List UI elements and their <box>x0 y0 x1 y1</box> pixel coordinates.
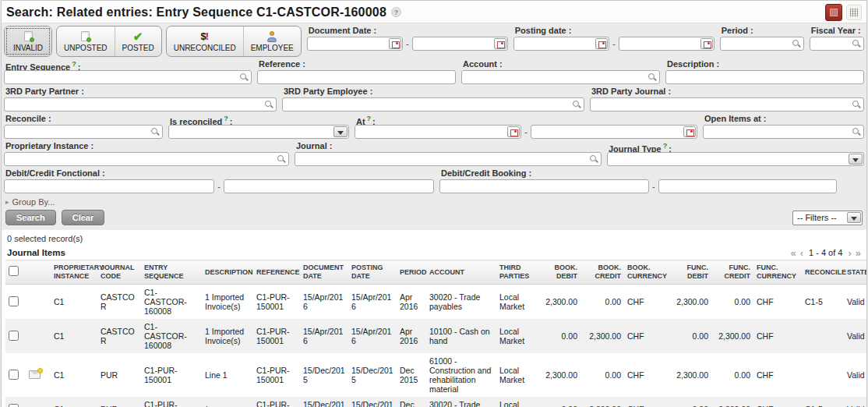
red-square-icon[interactable] <box>825 4 842 21</box>
row-checkbox[interactable] <box>9 370 19 380</box>
third-party-partner-input[interactable] <box>5 100 276 112</box>
table-row[interactable]: C1CASTCORC1-CASTCOR-1600081 Imported Inv… <box>5 319 867 353</box>
range-separator: - <box>612 39 616 48</box>
table-row[interactable]: C1PURC1-PUR-150001/C1-PUR-15000115/Dec/2… <box>5 397 867 407</box>
column-header-reference[interactable]: REFERENCE <box>253 260 300 285</box>
grid-view-icon[interactable] <box>846 5 862 20</box>
clear-button[interactable]: Clear <box>62 210 105 225</box>
description-input[interactable] <box>666 73 863 85</box>
column-header-func_currency[interactable]: FUNC. CURRENCY <box>753 260 802 285</box>
column-header-book_currency[interactable]: BOOK. CURRENCY <box>624 260 662 285</box>
journal-type-select[interactable] <box>607 152 864 166</box>
reference-input[interactable] <box>258 73 455 85</box>
row-checkbox[interactable] <box>9 296 19 306</box>
search-icon[interactable] <box>590 155 598 164</box>
column-header-posting_date[interactable]: POSTING DATE <box>348 260 397 285</box>
search-icon[interactable] <box>277 155 286 164</box>
chevron-down-icon[interactable] <box>847 212 861 223</box>
calendar-icon[interactable] <box>683 126 696 137</box>
search-icon[interactable] <box>240 73 249 82</box>
unreconciled-filter-button[interactable]: $! UNRECONCILED <box>167 27 243 56</box>
is-reconciled-select[interactable] <box>168 125 349 139</box>
account-input[interactable] <box>462 73 659 85</box>
search-icon[interactable] <box>852 101 861 109</box>
open-items-at-input[interactable] <box>704 127 863 140</box>
next-page-icon[interactable]: › <box>848 249 851 257</box>
cell-book_debit: 2,300.00 <box>535 353 580 397</box>
search-button[interactable]: Search <box>5 210 56 225</box>
search-icon[interactable] <box>151 128 160 136</box>
cell-period: Dec 2015 <box>397 353 426 397</box>
help-icon[interactable]: ? <box>72 60 76 68</box>
search-icon[interactable] <box>265 101 273 109</box>
document-date-to-input[interactable] <box>413 39 507 51</box>
select-all-checkbox[interactable] <box>9 266 19 276</box>
column-header-func_credit[interactable]: FUNC. CREDIT <box>711 260 753 285</box>
period-input[interactable] <box>721 39 803 51</box>
debit-credit-fonctional-to-input[interactable] <box>224 182 433 194</box>
debit-credit-booking-from-input[interactable] <box>440 182 648 194</box>
employee-filter-button[interactable]: EMPLOYEE <box>243 27 301 56</box>
expand-arrow-icon: ▸ <box>5 198 9 206</box>
column-header-period[interactable]: PERIOD <box>397 260 426 285</box>
third-party-employee-input[interactable] <box>283 100 584 112</box>
entry-sequence-input[interactable] <box>5 73 251 85</box>
chevron-down-icon[interactable] <box>333 126 348 137</box>
debit-credit-fonctional-from-input[interactable] <box>5 182 213 194</box>
column-header-third_parties[interactable]: THIRD PARTIES <box>496 260 535 285</box>
column-header-state[interactable]: STATE <box>844 260 867 285</box>
debit-credit-booking-to-input[interactable] <box>659 182 836 194</box>
calendar-icon[interactable] <box>494 38 506 49</box>
help-icon[interactable]: ? <box>367 115 372 122</box>
search-icon[interactable] <box>648 73 657 82</box>
column-header-document_date[interactable]: DOCUMENT DATE <box>300 260 348 285</box>
unposted-filter-button[interactable]: UNPOSTED <box>57 27 115 56</box>
calendar-icon[interactable] <box>595 38 608 49</box>
search-icon[interactable] <box>852 128 861 136</box>
title-help-icon[interactable]: ? <box>391 7 401 17</box>
cell-func_currency: CHF <box>753 319 802 353</box>
column-header-journal_code[interactable]: JOURNAL CODE <box>97 260 141 285</box>
posted-filter-button[interactable]: ✔ POSTED <box>115 27 161 56</box>
proprietary-instance-input[interactable] <box>5 154 288 167</box>
document-date-from-input[interactable] <box>308 39 402 51</box>
journal-input[interactable] <box>295 154 601 167</box>
cell-book_currency: CHF <box>624 285 662 320</box>
column-header-account[interactable]: ACCOUNT <box>426 260 496 285</box>
reconcile-input[interactable] <box>5 127 162 140</box>
group-by-toggle[interactable]: ▸ Group By... <box>4 195 864 209</box>
column-header-description[interactable]: DESCRIPTION <box>202 260 253 285</box>
calendar-icon[interactable] <box>389 38 401 49</box>
last-page-icon[interactable]: » <box>856 249 861 257</box>
column-header-book_debit[interactable]: BOOK. DEBIT <box>535 260 580 285</box>
attachment-icon[interactable] <box>29 370 41 379</box>
search-icon[interactable] <box>852 40 861 48</box>
help-icon[interactable]: ? <box>663 142 668 150</box>
chevron-down-icon[interactable] <box>849 154 863 165</box>
filters-dropdown[interactable]: -- Filters -- <box>792 211 863 225</box>
table-row[interactable]: C1PURC1-PUR-150001Line 1C1-PUR-15000115/… <box>5 353 867 397</box>
cell-book_currency: CHF <box>624 397 662 407</box>
row-checkbox[interactable] <box>9 404 19 407</box>
prev-page-icon[interactable]: ‹ <box>800 249 803 257</box>
posting-date-to-input[interactable] <box>619 39 714 51</box>
third-party-journal-input[interactable] <box>591 100 863 112</box>
column-header-icon[interactable] <box>26 260 51 285</box>
at-to-input[interactable] <box>531 127 697 140</box>
column-header-book_credit[interactable]: BOOK. CREDIT <box>580 260 624 285</box>
column-header-reconcile[interactable]: RECONCILE <box>802 260 844 285</box>
column-header-entry_sequence[interactable]: ENTRY SEQUENCE <box>141 260 202 285</box>
column-header-func_debit[interactable]: FUNC. DEBIT <box>662 260 711 285</box>
table-row[interactable]: C1CASTCORC1-CASTCOR-1600081 Imported Inv… <box>5 285 867 320</box>
first-page-icon[interactable]: « <box>790 249 796 257</box>
help-icon[interactable]: ? <box>224 115 228 122</box>
search-icon[interactable] <box>573 101 581 109</box>
calendar-icon[interactable] <box>700 38 713 49</box>
invalid-filter-button[interactable]: INVALID <box>5 27 51 56</box>
column-header-proprietary_instance[interactable]: PROPRIETARY INSTANCE <box>51 260 97 285</box>
row-checkbox[interactable] <box>9 331 19 341</box>
calendar-icon[interactable] <box>507 126 520 137</box>
at-from-input[interactable] <box>355 127 520 140</box>
search-icon[interactable] <box>792 40 801 48</box>
posting-date-from-input[interactable] <box>514 39 609 51</box>
